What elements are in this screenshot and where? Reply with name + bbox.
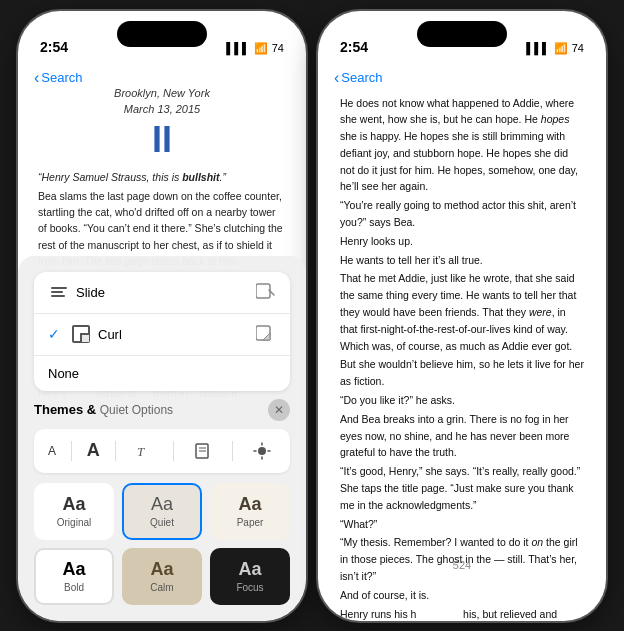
signal-icon-right: ▌▌▌ bbox=[526, 42, 549, 54]
svg-marker-2 bbox=[263, 333, 270, 340]
right-para-7: “Do you like it?” he asks. bbox=[340, 392, 584, 409]
right-para-9: “It’s good, Henry,” she says. “It’s real… bbox=[340, 463, 584, 513]
back-button-left[interactable]: ‹ Search bbox=[34, 69, 83, 87]
book-location: Brooklyn, New York bbox=[38, 87, 286, 99]
dynamic-island bbox=[117, 21, 207, 47]
svg-rect-0 bbox=[256, 284, 270, 298]
right-phone: 2:54 ▌▌▌ 📶 74 ‹ Search He does not know … bbox=[318, 11, 606, 621]
theme-focus-preview: Aa bbox=[238, 560, 261, 578]
right-para-5: That he met Addie, just like he wrote, t… bbox=[340, 270, 584, 354]
font-divider-3 bbox=[173, 441, 174, 461]
right-para-8: And Bea breaks into a grin. There is no … bbox=[340, 411, 584, 461]
theme-bold[interactable]: Aa Bold bbox=[34, 548, 114, 605]
left-phone: 2:54 ▌▌▌ 📶 74 ‹ Search Brooklyn, New Yor… bbox=[18, 11, 306, 621]
battery-level-right: 74 bbox=[572, 42, 584, 54]
right-para-12: And of course, it is. bbox=[340, 587, 584, 604]
right-para-10: “What?” bbox=[340, 516, 584, 533]
themes-grid: Aa Original Aa Quiet Aa Paper Aa Bold Aa bbox=[34, 483, 290, 605]
slide-option-curl[interactable]: ✓ Curl bbox=[34, 314, 290, 356]
themes-title-block: Themes & Quiet Options bbox=[34, 402, 173, 417]
chapter-number: II bbox=[38, 119, 286, 161]
theme-original-preview: Aa bbox=[62, 495, 85, 513]
curl-icon-right bbox=[256, 324, 276, 345]
back-chevron-icon-right: ‹ bbox=[334, 69, 339, 87]
curl-label: Curl bbox=[98, 327, 122, 342]
themes-header: Themes & Quiet Options ✕ bbox=[34, 399, 290, 421]
theme-focus-label: Focus bbox=[236, 582, 263, 593]
dynamic-island-right bbox=[417, 21, 507, 47]
curl-icon bbox=[70, 325, 92, 343]
back-label-left: Search bbox=[41, 70, 82, 85]
none-label: None bbox=[48, 366, 79, 381]
slide-option-none[interactable]: None bbox=[34, 356, 290, 391]
back-label-right: Search bbox=[341, 70, 382, 85]
slide-label: Slide bbox=[76, 285, 105, 300]
book-text-main: He does not know what happened to Addie,… bbox=[318, 87, 606, 621]
right-para-2: “You’re really going to method actor thi… bbox=[340, 197, 584, 231]
theme-focus[interactable]: Aa Focus bbox=[210, 548, 290, 605]
status-time-left: 2:54 bbox=[40, 39, 68, 55]
font-divider-4 bbox=[232, 441, 233, 461]
themes-title: Themes & Quiet Options bbox=[34, 402, 173, 417]
right-para-1: He does not know what happened to Addie,… bbox=[340, 95, 584, 196]
status-icons-left: ▌▌▌ 📶 74 bbox=[226, 42, 284, 55]
status-icons-right: ▌▌▌ 📶 74 bbox=[526, 42, 584, 55]
checkmark-icon: ✓ bbox=[48, 326, 60, 342]
right-para-6: But she wouldn’t believe him, so he lets… bbox=[340, 356, 584, 390]
font-divider-1 bbox=[71, 441, 72, 461]
back-chevron-icon: ‹ bbox=[34, 69, 39, 87]
font-book-button[interactable] bbox=[189, 437, 217, 465]
right-para-3: Henry looks up. bbox=[340, 233, 584, 250]
font-controls: A A T bbox=[34, 429, 290, 473]
nav-bar-right: ‹ Search bbox=[318, 61, 606, 87]
wifi-icon: 📶 bbox=[254, 42, 268, 55]
theme-calm[interactable]: Aa Calm bbox=[122, 548, 202, 605]
book-para-1: “Henry Samuel Strauss, this is bullshit.… bbox=[38, 169, 286, 185]
close-button[interactable]: ✕ bbox=[268, 399, 290, 421]
theme-quiet-preview: Aa bbox=[151, 495, 173, 513]
book-date: March 13, 2015 bbox=[38, 103, 286, 115]
theme-calm-preview: Aa bbox=[150, 560, 173, 578]
phones-container: 2:54 ▌▌▌ 📶 74 ‹ Search Brooklyn, New Yor… bbox=[18, 11, 606, 621]
theme-paper-preview: Aa bbox=[238, 495, 261, 513]
svg-point-7 bbox=[258, 447, 266, 455]
theme-quiet[interactable]: Aa Quiet bbox=[122, 483, 202, 540]
right-para-4: He wants to tell her it’s all true. bbox=[340, 252, 584, 269]
theme-original[interactable]: Aa Original bbox=[34, 483, 114, 540]
font-style-button[interactable]: T bbox=[130, 437, 158, 465]
nav-bar-left: ‹ Search bbox=[18, 61, 306, 87]
battery-level: 74 bbox=[272, 42, 284, 54]
font-size-small: A bbox=[48, 444, 56, 458]
font-divider-2 bbox=[115, 441, 116, 461]
slide-lines-icon bbox=[48, 283, 70, 301]
theme-original-label: Original bbox=[57, 517, 91, 528]
back-button-right[interactable]: ‹ Search bbox=[334, 69, 383, 87]
slide-icon-right bbox=[256, 282, 276, 303]
slide-options-menu: Slide ✓ Curl bbox=[34, 272, 290, 391]
font-size-large: A bbox=[87, 440, 100, 461]
brightness-button[interactable] bbox=[248, 437, 276, 465]
theme-bold-label: Bold bbox=[64, 582, 84, 593]
theme-quiet-label: Quiet bbox=[150, 517, 174, 528]
overlay-panel: Slide ✓ Curl bbox=[18, 256, 306, 621]
wifi-icon-right: 📶 bbox=[554, 42, 568, 55]
page-number: 524 bbox=[318, 555, 606, 575]
theme-paper-label: Paper bbox=[237, 517, 264, 528]
status-time-right: 2:54 bbox=[340, 39, 368, 55]
theme-paper[interactable]: Aa Paper bbox=[210, 483, 290, 540]
slide-option-slide[interactable]: Slide bbox=[34, 272, 290, 314]
svg-text:T: T bbox=[137, 444, 145, 459]
signal-icon: ▌▌▌ bbox=[226, 42, 249, 54]
theme-calm-label: Calm bbox=[150, 582, 173, 593]
right-para-13: Henry runs his h his, but relieved and l… bbox=[340, 606, 584, 621]
theme-bold-preview: Aa bbox=[62, 560, 85, 578]
